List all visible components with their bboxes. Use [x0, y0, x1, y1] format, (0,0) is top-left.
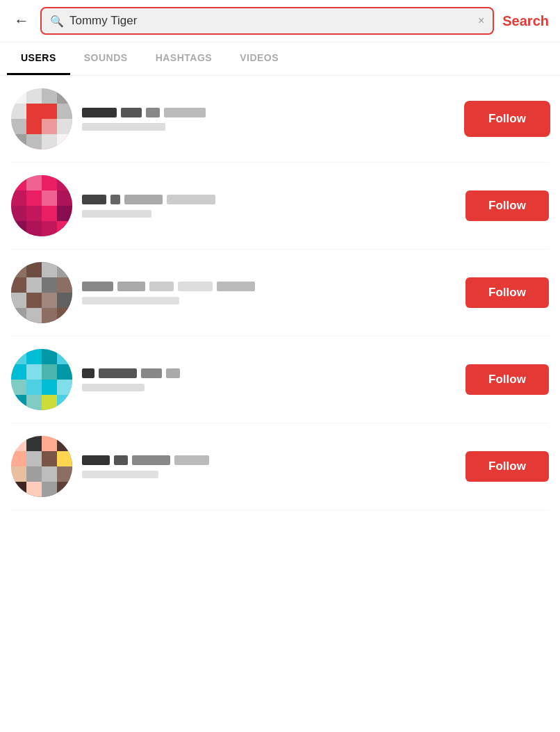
- svg-rect-2: [42, 88, 57, 104]
- table-row: Follow: [11, 163, 549, 250]
- svg-rect-63: [57, 395, 72, 410]
- svg-rect-38: [42, 277, 57, 293]
- avatar: [11, 436, 72, 497]
- table-row: Follow: [11, 76, 549, 163]
- svg-rect-39: [57, 277, 72, 293]
- avatar: [11, 262, 72, 323]
- svg-rect-33: [26, 262, 42, 277]
- svg-rect-34: [42, 262, 57, 277]
- follow-button[interactable]: Follow: [466, 190, 549, 221]
- svg-rect-31: [57, 221, 72, 236]
- svg-rect-53: [26, 364, 42, 380]
- svg-rect-24: [11, 206, 26, 221]
- svg-rect-70: [42, 451, 57, 466]
- svg-rect-55: [57, 364, 72, 380]
- svg-rect-43: [57, 293, 72, 308]
- svg-rect-8: [11, 119, 26, 134]
- svg-rect-48: [11, 349, 26, 364]
- svg-rect-21: [26, 190, 42, 206]
- svg-rect-14: [42, 134, 57, 149]
- svg-rect-49: [26, 349, 42, 364]
- tab-videos[interactable]: VIDEOS: [226, 42, 293, 75]
- user-info: [82, 455, 456, 478]
- table-row: Follow: [11, 423, 549, 510]
- svg-rect-37: [26, 277, 42, 293]
- svg-rect-76: [11, 482, 26, 497]
- svg-rect-1: [26, 88, 42, 104]
- svg-rect-13: [26, 134, 42, 149]
- svg-rect-71: [57, 451, 72, 466]
- table-row: Follow: [11, 250, 549, 336]
- search-input[interactable]: [69, 14, 472, 28]
- svg-rect-74: [42, 466, 57, 482]
- svg-rect-52: [11, 364, 26, 380]
- svg-rect-6: [42, 104, 57, 119]
- svg-rect-56: [11, 380, 26, 395]
- search-bar: 🔍 ×: [40, 7, 494, 35]
- table-row: Follow: [11, 336, 549, 423]
- svg-rect-45: [26, 308, 42, 323]
- svg-rect-77: [26, 482, 42, 497]
- svg-rect-64: [11, 436, 26, 451]
- svg-rect-10: [42, 119, 57, 134]
- follow-button[interactable]: Follow: [466, 451, 549, 482]
- svg-rect-73: [26, 466, 42, 482]
- avatar: [11, 175, 72, 236]
- svg-rect-29: [26, 221, 42, 236]
- svg-rect-7: [57, 104, 72, 119]
- svg-rect-30: [42, 221, 57, 236]
- user-list: Follow: [0, 76, 560, 510]
- tab-users[interactable]: USERS: [7, 42, 70, 75]
- user-info: [82, 282, 456, 304]
- svg-rect-60: [11, 395, 26, 410]
- svg-rect-62: [42, 395, 57, 410]
- svg-rect-46: [42, 308, 57, 323]
- svg-rect-17: [26, 175, 42, 190]
- follow-button[interactable]: Follow: [466, 364, 549, 395]
- svg-rect-75: [57, 466, 72, 482]
- search-button[interactable]: Search: [502, 13, 549, 29]
- svg-rect-54: [42, 364, 57, 380]
- header: ← 🔍 × Search: [0, 0, 560, 42]
- svg-rect-41: [26, 293, 42, 308]
- tab-hashtags[interactable]: HASHTAGS: [142, 42, 227, 75]
- svg-rect-58: [42, 380, 57, 395]
- follow-button[interactable]: Follow: [466, 102, 549, 136]
- search-icon: 🔍: [50, 15, 64, 28]
- svg-rect-0: [11, 88, 26, 104]
- svg-rect-79: [57, 482, 72, 497]
- tab-sounds[interactable]: SOUNDS: [70, 42, 142, 75]
- svg-rect-3: [57, 88, 72, 104]
- back-button[interactable]: ←: [11, 9, 32, 33]
- svg-rect-50: [42, 349, 57, 364]
- svg-rect-16: [11, 175, 26, 190]
- avatar: [11, 88, 72, 149]
- svg-rect-69: [26, 451, 42, 466]
- svg-rect-72: [11, 466, 26, 482]
- svg-rect-59: [57, 380, 72, 395]
- svg-rect-12: [11, 134, 26, 149]
- svg-rect-40: [11, 293, 26, 308]
- user-info: [82, 195, 456, 218]
- svg-rect-51: [57, 349, 72, 364]
- svg-rect-42: [42, 293, 57, 308]
- svg-rect-78: [42, 482, 57, 497]
- clear-button[interactable]: ×: [478, 15, 484, 27]
- avatar: [11, 349, 72, 410]
- svg-rect-32: [11, 262, 26, 277]
- svg-rect-5: [26, 104, 42, 119]
- follow-button[interactable]: Follow: [466, 277, 549, 308]
- svg-rect-25: [26, 206, 42, 221]
- svg-rect-22: [42, 190, 57, 206]
- svg-rect-61: [26, 395, 42, 410]
- tabs-bar: USERS SOUNDS HASHTAGS VIDEOS: [0, 42, 560, 76]
- svg-rect-15: [57, 134, 72, 149]
- svg-rect-47: [57, 308, 72, 323]
- user-info: [82, 368, 456, 391]
- svg-rect-19: [57, 175, 72, 190]
- svg-rect-27: [57, 206, 72, 221]
- svg-rect-44: [11, 308, 26, 323]
- svg-rect-26: [42, 206, 57, 221]
- svg-rect-28: [11, 221, 26, 236]
- svg-rect-4: [11, 104, 26, 119]
